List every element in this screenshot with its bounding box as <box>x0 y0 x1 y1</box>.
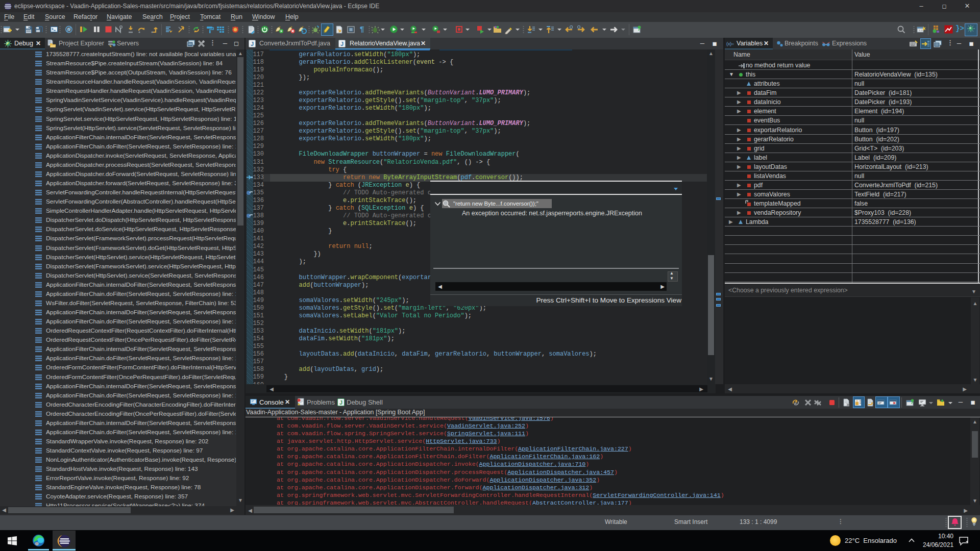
svg-text:J: J <box>339 399 342 406</box>
svg-text:J: J <box>340 41 344 47</box>
svg-text:J: J <box>251 41 254 47</box>
